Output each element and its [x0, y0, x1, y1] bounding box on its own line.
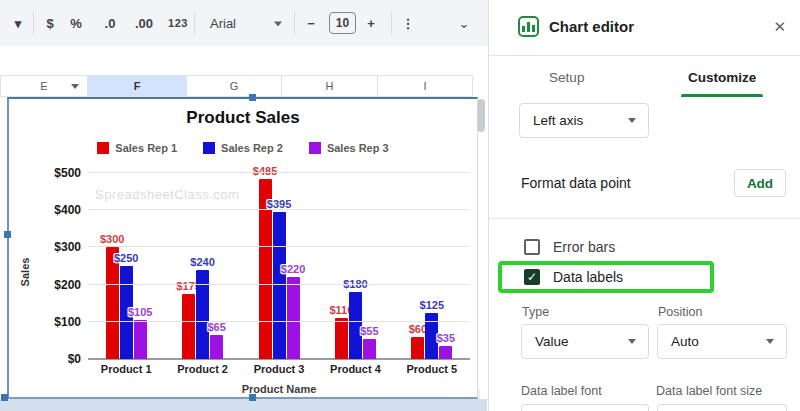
decrease-decimals-button[interactable]: .0 — [105, 16, 116, 31]
type-select-value: Value — [535, 334, 569, 349]
sheets-app: ▾ $ % .0 .00 123 Arial − 10 + ⋮ ⌄ EFGHI … — [0, 0, 800, 411]
font-size-input[interactable]: 10 — [329, 12, 356, 34]
bar: $105 — [134, 320, 147, 359]
bar-group: $175$240$65 — [164, 173, 240, 359]
bar: $300 — [106, 247, 119, 359]
bar: $55 — [363, 339, 376, 359]
y-tick-label: $200 — [23, 278, 81, 292]
y-tick-label: $0 — [23, 352, 81, 366]
axis-select-value: Left axis — [533, 113, 583, 128]
x-tick-label: Product 5 — [394, 363, 470, 375]
add-data-point-button[interactable]: Add — [734, 169, 786, 197]
data-labels-checkbox[interactable]: ✓ — [524, 269, 540, 285]
increase-decimals-button[interactable]: .00 — [135, 16, 153, 31]
percent-format-button[interactable]: % — [70, 16, 82, 31]
chevron-down-icon — [766, 339, 774, 344]
font-family-caret-icon[interactable] — [274, 16, 282, 31]
y-tick-label: $100 — [23, 315, 81, 329]
data-label-font-size-label: Data label font size — [656, 384, 762, 398]
chart-legend: Sales Rep 1Sales Rep 2Sales Rep 3 — [9, 142, 477, 154]
error-bars-row: Error bars — [524, 239, 615, 255]
data-label-font-size-select[interactable] — [657, 404, 787, 411]
more-options-button[interactable]: ⋮ — [402, 16, 415, 31]
data-label: $220 — [281, 263, 305, 275]
column-header-H[interactable]: H — [282, 75, 378, 97]
legend-label: Sales Rep 3 — [327, 142, 389, 154]
chart-resize-handle-left[interactable] — [4, 231, 11, 238]
divider — [489, 218, 800, 219]
data-label: $55 — [360, 325, 378, 337]
column-menu-caret-icon[interactable] — [71, 84, 79, 89]
more-formats-button[interactable]: 123 — [168, 17, 188, 29]
tab-setup[interactable]: Setup — [489, 62, 645, 97]
chart-resize-handle-bottom[interactable] — [249, 394, 256, 401]
chart-title: Product Sales — [9, 108, 477, 128]
column-header-G[interactable]: G — [187, 75, 282, 97]
data-label-font-select[interactable] — [521, 404, 649, 411]
plot-area: $300$250$105$175$240$65$485$395$220$110$… — [88, 173, 470, 359]
column-headers: EFGHI — [0, 75, 473, 97]
panel-header: Chart editor ✕ — [489, 0, 800, 55]
axis-select[interactable]: Left axis — [519, 103, 649, 138]
vertical-scrollbar[interactable] — [477, 99, 485, 132]
gridline — [88, 284, 470, 285]
column-header-E[interactable]: E — [0, 75, 88, 97]
panel-title: Chart editor — [549, 18, 634, 35]
toolbar-divider — [294, 11, 295, 35]
bar-group: $485$395$220 — [241, 173, 317, 359]
toolbar-overflow-caret-icon[interactable]: ▾ — [15, 16, 22, 31]
x-tick-label: Product 2 — [164, 363, 240, 375]
gridline — [88, 246, 470, 247]
close-icon[interactable]: ✕ — [773, 18, 786, 36]
y-axis-title: Sales — [19, 258, 31, 287]
format-data-point-label: Format data point — [521, 175, 631, 191]
gridline — [88, 172, 470, 173]
bar: $110 — [335, 318, 348, 359]
type-select[interactable]: Value — [521, 324, 649, 359]
currency-format-button[interactable]: $ — [46, 16, 53, 31]
position-label: Position — [658, 305, 702, 319]
tab-customize[interactable]: Customize — [645, 62, 800, 97]
embedded-chart[interactable]: Product Sales Sales Rep 1Sales Rep 2Sale… — [7, 97, 478, 399]
toolbar-divider — [194, 11, 195, 35]
y-tick-label: $300 — [23, 240, 81, 254]
bar: $65 — [210, 335, 223, 359]
toolbar: ▾ $ % .0 .00 123 Arial − 10 + ⋮ ⌄ — [0, 0, 488, 46]
increase-font-size-button[interactable]: + — [367, 16, 375, 31]
bar: $35 — [439, 346, 452, 359]
bar: $60 — [411, 337, 424, 359]
collapse-toolbar-button[interactable]: ⌄ — [459, 16, 470, 31]
data-label: $60 — [409, 323, 427, 335]
y-tick-label: $400 — [23, 203, 81, 217]
column-header-I[interactable]: I — [378, 75, 473, 97]
data-label: $125 — [420, 299, 444, 311]
bar-group: $300$250$105 — [88, 173, 164, 359]
bar: $175 — [182, 294, 195, 359]
data-labels-label: Data labels — [553, 269, 623, 285]
chart-resize-handle-bottom-left[interactable] — [1, 394, 8, 401]
gridline — [88, 321, 470, 322]
chevron-down-icon — [628, 339, 636, 344]
divider — [489, 55, 800, 56]
gridline — [88, 209, 470, 210]
legend-swatch — [309, 142, 321, 154]
font-family-select[interactable]: Arial — [210, 16, 236, 31]
y-tick-label: $500 — [23, 166, 81, 180]
legend-swatch — [203, 142, 215, 154]
x-axis-title: Product Name — [88, 383, 470, 395]
data-label: $65 — [207, 321, 225, 333]
position-select[interactable]: Auto — [657, 324, 787, 359]
chart-resize-handle-top[interactable] — [249, 94, 256, 101]
legend-item: Sales Rep 3 — [309, 142, 389, 154]
column-header-F[interactable]: F — [88, 75, 187, 97]
bar: $395 — [273, 212, 286, 359]
type-label: Type — [522, 305, 549, 319]
error-bars-checkbox[interactable] — [524, 239, 540, 255]
legend-label: Sales Rep 1 — [115, 142, 177, 154]
decrease-font-size-button[interactable]: − — [307, 16, 315, 31]
legend-item: Sales Rep 1 — [97, 142, 177, 154]
data-label: $485 — [253, 165, 277, 177]
chevron-down-icon — [628, 118, 636, 123]
data-label-font-label: Data label font — [521, 384, 602, 398]
error-bars-label: Error bars — [553, 239, 615, 255]
